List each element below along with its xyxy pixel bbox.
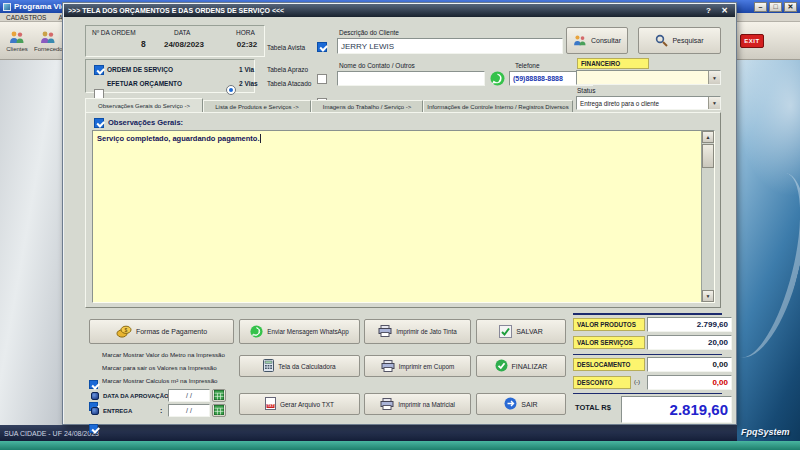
valor-servicos-value: 20,00 xyxy=(647,335,732,350)
observacoes-checkbox[interactable] xyxy=(94,118,104,128)
sair-button[interactable]: SAIR xyxy=(476,393,566,415)
entrega-date-input[interactable]: / / xyxy=(168,404,210,417)
printer-icon xyxy=(380,398,394,411)
finalizar-label: FINALIZAR xyxy=(512,363,548,370)
whatsapp-icon[interactable] xyxy=(490,71,505,90)
scroll-up-icon[interactable] xyxy=(702,131,714,143)
via1-radio[interactable] xyxy=(226,85,236,95)
aprovacao-calendar-button[interactable] xyxy=(212,389,226,402)
dialog-title: >>> TELA DOS ORÇAMENTOS E DAS ORDENS DE … xyxy=(68,7,284,14)
contact-input[interactable] xyxy=(337,71,485,86)
brand-logo: FpqSystem xyxy=(741,427,790,437)
observacoes-text: Serviço completado, aguardando pagamento… xyxy=(97,134,261,143)
status-dropdown[interactable]: Entrega direto para o cliente xyxy=(576,96,721,110)
toolbar-button-exit[interactable]: EXIT xyxy=(738,24,766,58)
consultar-button[interactable]: Consultar xyxy=(566,27,628,54)
valor-servicos-label: VALOR SERVIÇOS xyxy=(573,336,645,349)
pesquisar-label: Pesquisar xyxy=(672,37,703,44)
chevron-down-icon[interactable] xyxy=(708,71,720,84)
background-photo xyxy=(737,60,800,441)
order-date-value: 24/08/2023 xyxy=(150,40,218,49)
order-info-group: Nº DA ORDEM 8 DATA 24/08/2023 HORA 02:32 xyxy=(85,25,265,57)
enviar-whatsapp-button[interactable]: Enviar Mensagem WhatsApp xyxy=(239,319,360,344)
financeiro-dropdown[interactable] xyxy=(576,70,721,85)
tabela-aprazo-label[interactable]: Tabela Aprazo xyxy=(267,66,308,73)
print-option-2-label[interactable]: Marcar para sair os Valores na Impressão xyxy=(102,364,217,371)
financeiro-label: FINANCEIRO xyxy=(577,58,649,69)
imprimir-cupom-button[interactable]: Imprimir em Cupom xyxy=(364,355,471,377)
dialog-close-icon[interactable]: ✕ xyxy=(718,5,731,16)
print-option-3-checkbox[interactable] xyxy=(89,424,98,433)
sair-label: SAIR xyxy=(521,401,537,408)
search-icon xyxy=(655,34,668,48)
imprimir-matricial-button[interactable]: Imprimir na Matricial xyxy=(364,393,471,415)
via2-label[interactable]: 2 Vias xyxy=(239,80,258,87)
entrega-calendar-button[interactable] xyxy=(212,404,226,417)
formas-pagamento-button[interactable]: $ Formas de Pagamento xyxy=(89,319,234,344)
salvar-label: SALVAR xyxy=(516,328,543,335)
observacoes-textarea[interactable]: Serviço completado, aguardando pagamento… xyxy=(92,130,715,303)
calendar-icon xyxy=(214,405,224,416)
order-time-label: HORA xyxy=(236,29,255,36)
clients-icon xyxy=(9,31,25,45)
print-option-1-checkbox[interactable] xyxy=(89,380,98,389)
total-label: TOTAL R$ xyxy=(575,403,611,412)
tabela-avista-checkbox[interactable] xyxy=(317,42,327,52)
enviar-whatsapp-label: Enviar Mensagem WhatsApp xyxy=(267,328,349,335)
scrollbar-thumb[interactable] xyxy=(702,144,714,168)
aprovacao-date-input[interactable]: / / xyxy=(168,389,210,402)
tab-produtos[interactable]: Lista de Produtos e Serviços -> xyxy=(203,100,311,112)
scroll-down-icon[interactable] xyxy=(702,290,714,302)
tab-controle-interno[interactable]: Informações de Controle Interno / Regist… xyxy=(423,100,573,112)
ordem-servico-label[interactable]: ORDEM DE SERVIÇO xyxy=(107,66,173,73)
aprovacao-label: DATA DA APROVAÇÃO xyxy=(103,393,169,399)
dialog-titlebar[interactable]: >>> TELA DOS ORÇAMENTOS E DAS ORDENS DE … xyxy=(64,4,735,17)
order-date-label: DATA xyxy=(174,29,190,36)
total-value: 2.819,60 xyxy=(621,396,732,423)
statusbar-text: SUA CIDADE - UF 24/08/2023 xyxy=(4,430,99,437)
observacoes-label[interactable]: Observações Gerais: xyxy=(108,118,183,127)
tabela-atacado-label[interactable]: Tabela Atacado xyxy=(267,80,311,87)
svg-text:$: $ xyxy=(125,326,128,332)
scrollbar[interactable] xyxy=(701,131,714,302)
financeiro-value xyxy=(577,71,708,84)
salvar-button[interactable]: SALVAR xyxy=(476,319,566,344)
tab-observacoes[interactable]: Observações Gerais do Serviço -> xyxy=(85,98,203,112)
screen: Programa Vidr... CADASTROS AJUDA Cliente… xyxy=(0,0,800,450)
aprovacao-bullet-icon xyxy=(91,392,99,400)
menu-item-cadastros[interactable]: CADASTROS xyxy=(6,14,46,21)
tab-imagens[interactable]: Imagens do Trabalho / Serviço -> xyxy=(311,100,423,112)
efetuar-orcamento-label[interactable]: EFETUAR ORÇAMENTO xyxy=(107,80,182,87)
help-icon[interactable]: ? xyxy=(702,5,715,16)
printer-icon xyxy=(381,360,395,373)
imprimir-cupom-label: Imprimir em Cupom xyxy=(399,363,454,370)
calculadora-button[interactable]: Tela da Calculadora xyxy=(239,355,360,377)
totals-divider xyxy=(573,393,722,394)
finalizar-button[interactable]: FINALIZAR xyxy=(476,355,566,377)
client-desc-input[interactable]: JERRY LEWIS xyxy=(337,38,563,54)
taskbar xyxy=(0,441,800,450)
ordem-servico-checkbox[interactable] xyxy=(94,65,104,75)
chevron-down-icon[interactable] xyxy=(708,97,720,109)
toolbar-button-clientes[interactable]: Clientes xyxy=(2,24,32,58)
consult-icon xyxy=(573,35,587,47)
desconto-value: 0,00 xyxy=(647,375,732,390)
pesquisar-button[interactable]: Pesquisar xyxy=(638,27,721,54)
close-icon[interactable] xyxy=(784,2,797,12)
toolbar-button-fornecedores[interactable]: Fornecedores xyxy=(33,24,63,58)
tabela-aprazo-checkbox[interactable] xyxy=(317,74,327,84)
svg-text:TXT: TXT xyxy=(267,404,274,408)
print-option-3-label[interactable]: Marcar Mostrar Calculos m² na Impressão xyxy=(102,377,218,384)
imprimir-jato-button[interactable]: Imprimir de Jato Tinta xyxy=(364,319,471,344)
minimize-icon[interactable] xyxy=(754,2,767,12)
gerar-txt-button[interactable]: TXT Gerar Arquivo TXT xyxy=(239,393,360,415)
suppliers-icon xyxy=(40,31,56,45)
toolbar-label: Clientes xyxy=(6,46,28,52)
calculadora-label: Tela da Calculadora xyxy=(278,363,335,370)
maximize-icon[interactable] xyxy=(769,2,782,12)
print-option-1-label[interactable]: Marcar Mostrar Valor do Metro na Impress… xyxy=(102,351,225,358)
tabela-avista-label[interactable]: Tabela Avista xyxy=(267,44,305,51)
entrega-bullet-icon xyxy=(91,407,99,415)
via1-label[interactable]: 1 Via xyxy=(239,66,254,73)
whatsapp-icon xyxy=(250,325,263,339)
